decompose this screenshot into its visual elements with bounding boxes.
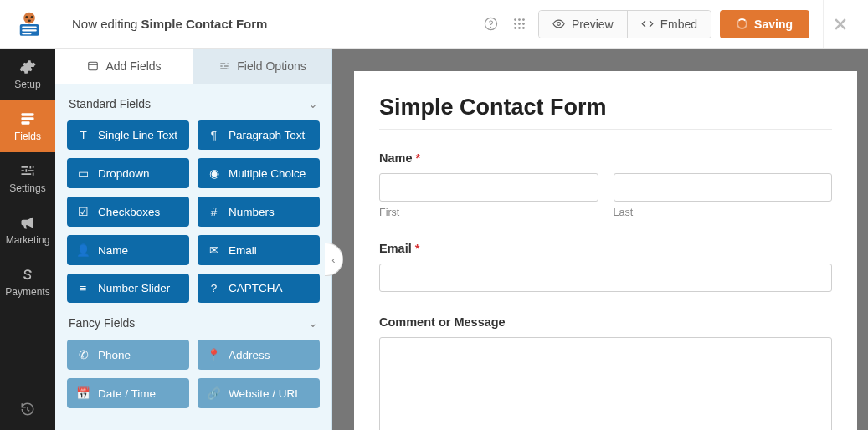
field-chip-captcha[interactable]: ?CAPTCHA bbox=[198, 274, 320, 303]
gear-icon bbox=[19, 59, 36, 75]
name-last-input[interactable] bbox=[614, 173, 833, 202]
field-chip-website-url[interactable]: 🔗Website / URL bbox=[198, 378, 320, 408]
chip-label: Single Line Text bbox=[98, 129, 177, 141]
now-editing-prefix: Now editing bbox=[72, 17, 141, 31]
chip-label: CAPTCHA bbox=[229, 282, 283, 294]
radio-icon: ◉ bbox=[208, 166, 220, 180]
field-chip-number-slider[interactable]: ≡Number Slider bbox=[67, 274, 189, 303]
section-standard-fields[interactable]: Standard Fields ⌄ bbox=[67, 84, 320, 120]
field-comment[interactable]: Comment or Message bbox=[379, 315, 832, 430]
apps-grid-icon[interactable] bbox=[510, 14, 530, 34]
form-title: Simple Contact Form bbox=[379, 95, 832, 120]
name-first-input[interactable] bbox=[379, 173, 598, 202]
preview-button[interactable]: Preview bbox=[539, 11, 627, 38]
comment-textarea[interactable] bbox=[379, 337, 832, 430]
field-chip-numbers[interactable]: #Numbers bbox=[198, 197, 320, 227]
divider bbox=[379, 129, 832, 130]
svg-point-1 bbox=[26, 15, 28, 18]
sidebar-label: Fields bbox=[14, 131, 41, 142]
close-icon bbox=[832, 16, 849, 33]
field-chip-single-line-text[interactable]: TSingle Line Text bbox=[67, 120, 189, 150]
sublabel-last: Last bbox=[614, 207, 833, 218]
person-icon: 👤 bbox=[77, 243, 90, 257]
svg-point-2 bbox=[31, 15, 33, 18]
sidebar-item-payments[interactable]: Payments bbox=[0, 256, 55, 308]
field-label: Name * bbox=[379, 151, 832, 165]
save-label: Saving bbox=[754, 18, 793, 31]
calendar-icon: 📅 bbox=[77, 386, 90, 400]
svg-point-18 bbox=[522, 27, 525, 29]
chevron-down-icon: ⌄ bbox=[308, 97, 318, 110]
svg-point-10 bbox=[515, 18, 517, 21]
paragraph-icon: ¶ bbox=[208, 129, 220, 141]
sidebar-item-setup[interactable]: Setup bbox=[0, 49, 55, 100]
mail-icon: ✉ bbox=[208, 243, 220, 257]
field-chip-date-time[interactable]: 📅Date / Time bbox=[67, 378, 189, 408]
sidebar-item-fields[interactable]: Fields bbox=[0, 100, 55, 152]
svg-point-9 bbox=[490, 27, 491, 28]
main-sidebar: Setup Fields Settings Marketing Payments bbox=[0, 49, 55, 430]
field-chip-name[interactable]: 👤Name bbox=[67, 235, 189, 265]
field-chip-phone[interactable]: ✆Phone bbox=[67, 340, 189, 370]
top-bar: Now editing Simple Contact Form Preview … bbox=[0, 0, 868, 49]
captcha-icon: ? bbox=[208, 282, 220, 294]
tab-add-fields[interactable]: Add Fields bbox=[55, 49, 193, 84]
svg-point-16 bbox=[515, 27, 517, 29]
section-title: Fancy Fields bbox=[69, 316, 135, 330]
field-chip-dropdown[interactable]: ▭Dropdown bbox=[67, 158, 189, 188]
sublabel-first: First bbox=[379, 207, 598, 218]
svg-point-8 bbox=[485, 18, 497, 29]
field-chip-address[interactable]: 📍Address bbox=[198, 340, 320, 370]
field-chip-email[interactable]: ✉Email bbox=[198, 235, 320, 265]
svg-rect-22 bbox=[22, 121, 30, 124]
now-editing-label: Now editing Simple Contact Form bbox=[72, 17, 267, 31]
pin-icon: 📍 bbox=[208, 348, 220, 361]
svg-rect-21 bbox=[22, 117, 34, 120]
chip-label: Date / Time bbox=[98, 387, 156, 400]
sidebar-item-settings[interactable]: Settings bbox=[0, 152, 55, 204]
text-icon: T bbox=[77, 129, 90, 141]
chip-label: Website / URL bbox=[229, 387, 301, 400]
fields-panel: Add Fields Field Options Standard Fields… bbox=[55, 49, 332, 430]
wpforms-logo bbox=[12, 7, 47, 42]
embed-button[interactable]: Embed bbox=[627, 11, 711, 38]
field-label: Comment or Message bbox=[379, 315, 832, 329]
dollar-icon bbox=[19, 266, 36, 283]
field-email[interactable]: Email * bbox=[379, 242, 832, 292]
chip-label: Number Slider bbox=[98, 282, 170, 294]
svg-point-12 bbox=[522, 18, 525, 21]
help-icon[interactable] bbox=[481, 14, 501, 34]
save-button[interactable]: Saving bbox=[720, 10, 809, 38]
form-name: Simple Contact Form bbox=[141, 17, 268, 31]
history-icon bbox=[20, 402, 35, 417]
field-chip-paragraph-text[interactable]: ¶Paragraph Text bbox=[198, 120, 320, 150]
field-chip-multiple-choice[interactable]: ◉Multiple Choice bbox=[198, 158, 320, 188]
history-button[interactable] bbox=[0, 388, 55, 430]
field-chip-checkboxes[interactable]: ☑Checkboxes bbox=[67, 197, 189, 227]
field-name[interactable]: Name * First Last bbox=[379, 151, 832, 218]
phone-icon: ✆ bbox=[77, 348, 90, 361]
slider-icon: ≡ bbox=[77, 282, 90, 294]
spinner-icon bbox=[737, 18, 747, 29]
svg-point-13 bbox=[515, 23, 517, 25]
email-input[interactable] bbox=[379, 264, 832, 292]
sidebar-label: Setup bbox=[14, 79, 40, 90]
required-asterisk: * bbox=[416, 151, 421, 165]
chip-label: Phone bbox=[98, 349, 131, 361]
embed-label: Embed bbox=[660, 18, 697, 31]
megaphone-icon bbox=[19, 214, 36, 231]
tab-field-options[interactable]: Field Options bbox=[193, 49, 331, 84]
svg-point-14 bbox=[519, 23, 521, 25]
section-fancy-fields[interactable]: Fancy Fields ⌄ bbox=[67, 303, 320, 340]
sidebar-item-marketing[interactable]: Marketing bbox=[0, 204, 55, 256]
form-icon bbox=[19, 110, 36, 127]
sliders-icon bbox=[218, 60, 230, 72]
svg-rect-7 bbox=[22, 33, 31, 34]
close-button[interactable] bbox=[823, 0, 856, 48]
svg-rect-5 bbox=[22, 26, 37, 28]
svg-rect-20 bbox=[22, 113, 34, 115]
sidebar-label: Marketing bbox=[6, 234, 50, 246]
check-icon: ☑ bbox=[77, 205, 90, 218]
svg-point-0 bbox=[23, 12, 35, 23]
dropdown-icon: ▭ bbox=[77, 166, 90, 180]
